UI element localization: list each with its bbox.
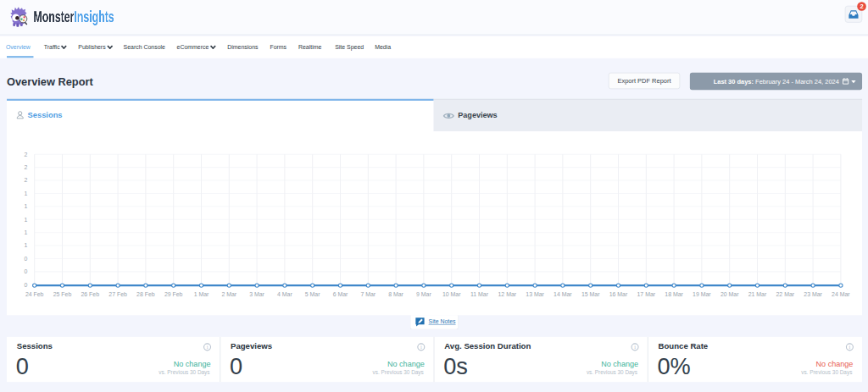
svg-text:0: 0 — [24, 268, 27, 274]
svg-text:1: 1 — [24, 190, 27, 196]
svg-text:27 Feb: 27 Feb — [108, 291, 127, 297]
svg-text:18 Mar: 18 Mar — [665, 291, 683, 297]
svg-text:1: 1 — [24, 203, 27, 209]
svg-text:7 Mar: 7 Mar — [360, 291, 376, 297]
svg-text:1: 1 — [24, 217, 27, 223]
svg-text:1 Mar: 1 Mar — [194, 291, 209, 297]
svg-text:28 Feb: 28 Feb — [136, 291, 155, 297]
svg-text:21 Mar: 21 Mar — [748, 291, 767, 297]
svg-text:4 Mar: 4 Mar — [277, 291, 292, 297]
svg-text:1: 1 — [24, 229, 27, 235]
svg-text:26 Feb: 26 Feb — [81, 291, 100, 297]
svg-text:10 Mar: 10 Mar — [442, 291, 461, 297]
svg-text:17 Mar: 17 Mar — [637, 291, 656, 297]
svg-text:11 Mar: 11 Mar — [470, 291, 489, 297]
svg-text:24 Feb: 24 Feb — [25, 291, 44, 297]
svg-text:5 Mar: 5 Mar — [305, 291, 320, 297]
svg-text:13 Mar: 13 Mar — [526, 291, 544, 297]
svg-text:0: 0 — [24, 256, 27, 262]
svg-text:12 Mar: 12 Mar — [498, 291, 517, 297]
svg-text:2: 2 — [24, 177, 27, 183]
svg-text:14 Mar: 14 Mar — [554, 291, 572, 297]
svg-text:24 Mar: 24 Mar — [832, 291, 850, 297]
svg-text:29 Feb: 29 Feb — [164, 291, 183, 297]
svg-text:0: 0 — [24, 282, 27, 288]
svg-text:19 Mar: 19 Mar — [693, 291, 711, 297]
svg-text:2: 2 — [24, 164, 27, 170]
svg-text:1: 1 — [24, 242, 27, 248]
svg-text:6 Mar: 6 Mar — [333, 291, 348, 297]
svg-text:15 Mar: 15 Mar — [581, 291, 600, 297]
svg-text:3 Mar: 3 Mar — [249, 291, 264, 297]
svg-text:22 Mar: 22 Mar — [776, 291, 795, 297]
svg-text:23 Mar: 23 Mar — [804, 291, 822, 297]
svg-text:8 Mar: 8 Mar — [388, 291, 403, 297]
svg-text:2: 2 — [24, 152, 27, 157]
svg-text:2 Mar: 2 Mar — [221, 291, 236, 297]
svg-text:20 Mar: 20 Mar — [721, 291, 739, 297]
svg-text:9 Mar: 9 Mar — [416, 291, 431, 297]
svg-text:16 Mar: 16 Mar — [609, 291, 628, 297]
svg-text:25 Feb: 25 Feb — [53, 291, 72, 297]
